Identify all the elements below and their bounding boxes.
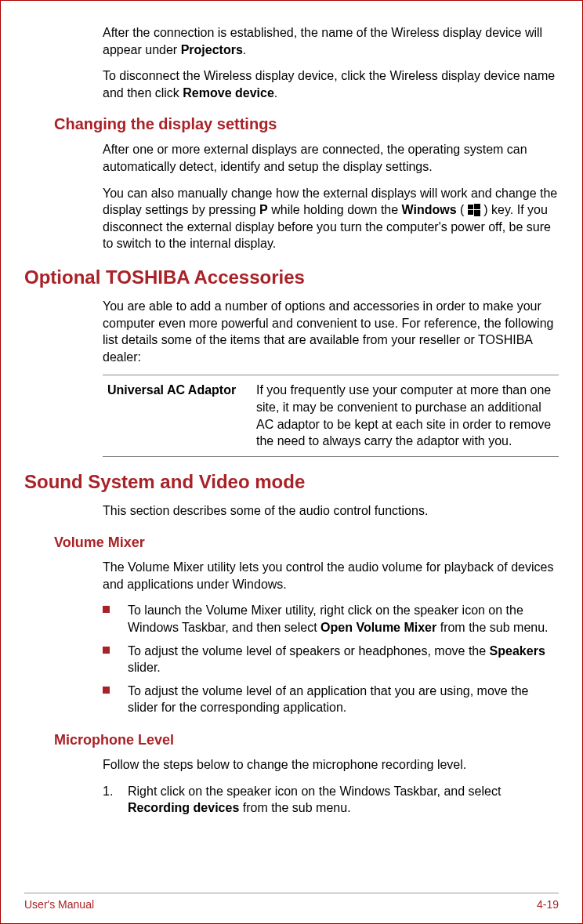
heading-volume-mixer: Volume Mixer <box>54 534 559 551</box>
text: After the connection is established, the… <box>103 26 542 56</box>
heading-optional-accessories: Optional TOSHIBA Accessories <box>24 266 559 288</box>
list-item: Right click on the speaker icon on the W… <box>103 783 559 817</box>
text: Right click on the speaker icon on the W… <box>128 784 501 798</box>
page-footer: User's Manual 4-19 <box>24 893 559 911</box>
bold-open-volume-mixer: Open Volume Mixer <box>320 621 436 634</box>
bold-windows-key: Windows <box>402 203 457 216</box>
footer-page-number: 4-19 <box>537 898 559 911</box>
svg-rect-1 <box>474 204 480 209</box>
intro-para-1: After the connection is established, the… <box>103 24 559 58</box>
volume-para-1: The Volume Mixer utility lets you contro… <box>103 559 559 592</box>
bold-remove-device: Remove device <box>183 86 274 100</box>
mic-para-1: Follow the steps below to change the mic… <box>103 756 559 774</box>
mic-steps-list: Right click on the speaker icon on the W… <box>103 783 559 817</box>
bold-p-key: P <box>259 203 268 216</box>
text: from the sub menu. <box>436 621 548 634</box>
text: . <box>243 43 246 56</box>
bold-speakers: Speakers <box>490 644 545 658</box>
bold-projectors: Projectors <box>181 43 243 56</box>
list-item: To adjust the volume level of speakers o… <box>103 643 559 676</box>
svg-rect-3 <box>474 210 480 216</box>
text: while holding down the <box>268 203 402 216</box>
text: To disconnect the Wireless display devic… <box>103 69 555 100</box>
changing-para-2: You can also manually change how the ext… <box>103 185 559 252</box>
footer-left: User's Manual <box>24 898 94 911</box>
accessory-name: Universal AC Adaptor <box>103 375 252 456</box>
table-row: Universal AC Adaptor If you frequently u… <box>103 375 559 456</box>
heading-changing-display-settings: Changing the display settings <box>54 115 559 133</box>
list-item: To launch the Volume Mixer utility, righ… <box>103 602 559 636</box>
svg-rect-0 <box>468 205 473 209</box>
text: from the sub menu. <box>239 801 350 814</box>
windows-logo-icon <box>468 204 480 216</box>
sound-para-1: This section describes some of the audio… <box>103 502 559 520</box>
intro-para-2: To disconnect the Wireless display devic… <box>103 67 559 101</box>
accessories-table: Universal AC Adaptor If you frequently u… <box>103 375 559 456</box>
text: . <box>274 86 277 100</box>
content-area: After the connection is established, the… <box>24 24 559 817</box>
accessory-description: If you frequently use your computer at m… <box>252 375 559 456</box>
changing-para-1: After one or more external displays are … <box>103 141 559 175</box>
volume-bullet-list: To launch the Volume Mixer utility, righ… <box>103 602 559 716</box>
bold-recording-devices: Recording devices <box>128 801 239 814</box>
svg-rect-2 <box>468 210 473 215</box>
list-item: To adjust the volume level of an applica… <box>103 683 559 716</box>
text: To adjust the volume level of speakers o… <box>128 644 490 658</box>
text: slider. <box>128 661 161 674</box>
heading-microphone-level: Microphone Level <box>54 732 559 748</box>
heading-sound-system: Sound System and Video mode <box>24 471 559 493</box>
text: ( <box>457 203 468 216</box>
optional-para-1: You are able to add a number of options … <box>103 298 559 365</box>
page: After the connection is established, the… <box>0 0 583 924</box>
